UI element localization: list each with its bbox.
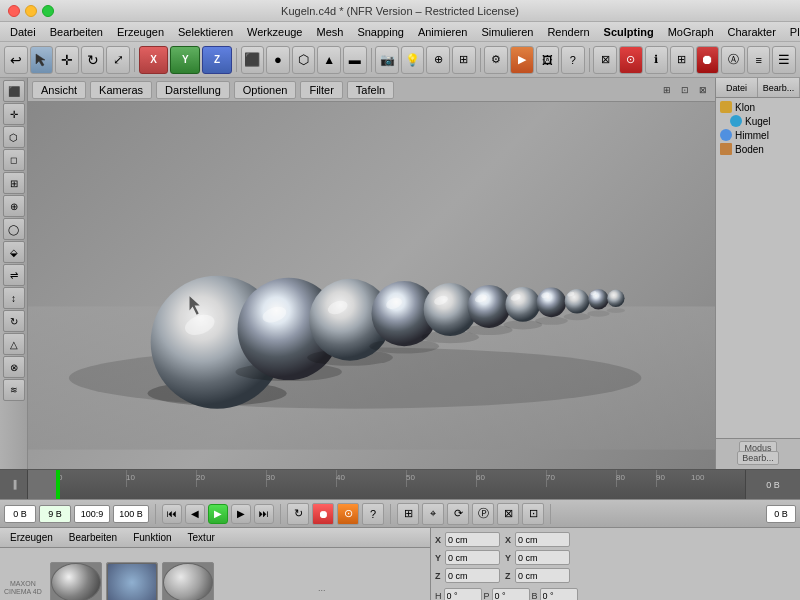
coord-b[interactable]: [540, 588, 578, 600]
object-item-himmel[interactable]: Himmel: [718, 128, 798, 142]
toolbar-render[interactable]: ▶: [510, 46, 534, 74]
toolbar-z-axis[interactable]: Z: [202, 46, 232, 74]
left-tool-1[interactable]: ⬛: [3, 80, 25, 102]
menu-bearbeiten[interactable]: Bearbeiten: [44, 25, 109, 39]
tab-filter[interactable]: Filter: [300, 81, 342, 99]
mat-tab-erzeugen[interactable]: Erzeugen: [4, 531, 59, 544]
left-tool-14[interactable]: ≋: [3, 379, 25, 401]
next-frame-btn[interactable]: ▶: [231, 504, 251, 524]
toolbar-render2[interactable]: 🖼: [536, 46, 560, 74]
tab-optionen[interactable]: Optionen: [234, 81, 297, 99]
toolbar-rotate[interactable]: ↻: [81, 46, 105, 74]
goto-end-btn[interactable]: ⏭: [254, 504, 274, 524]
menu-rendern[interactable]: Rendern: [541, 25, 595, 39]
mat-tab-textur[interactable]: Textur: [182, 531, 221, 544]
toolbar-record[interactable]: ⏺: [696, 46, 720, 74]
toolbar-x-axis[interactable]: X: [139, 46, 169, 74]
toolbar-array[interactable]: ⊞: [452, 46, 476, 74]
toolbar-move[interactable]: ✛: [55, 46, 79, 74]
toolbar-cube[interactable]: ⬛: [241, 46, 265, 74]
loop-btn[interactable]: ↻: [287, 503, 309, 525]
viewport-icon-1[interactable]: ⊞: [659, 82, 675, 98]
menu-datei[interactable]: Datei: [4, 25, 42, 39]
toolbar-null[interactable]: ⊕: [426, 46, 450, 74]
menu-simulieren[interactable]: Simulieren: [475, 25, 539, 39]
material-swatch-3[interactable]: Mat: [162, 562, 214, 601]
left-tool-10[interactable]: ↕: [3, 287, 25, 309]
toolbar-cone[interactable]: ▲: [317, 46, 341, 74]
left-tool-8[interactable]: ⬙: [3, 241, 25, 263]
toolbar-y-axis[interactable]: Y: [170, 46, 200, 74]
rp-tab-bearb[interactable]: Bearb...: [758, 78, 800, 97]
menu-werkzeuge[interactable]: Werkzeuge: [241, 25, 308, 39]
toolbar-extra[interactable]: ☰: [772, 46, 796, 74]
left-tool-4[interactable]: ◻: [3, 149, 25, 171]
left-tool-9[interactable]: ⇌: [3, 264, 25, 286]
prev-frame-btn[interactable]: ◀: [185, 504, 205, 524]
toolbar-scale[interactable]: ⤢: [106, 46, 130, 74]
toolbar-layout[interactable]: ≡: [747, 46, 771, 74]
tab-ansicht[interactable]: Ansicht: [32, 81, 86, 99]
record-btn[interactable]: ⏺: [312, 503, 334, 525]
mat-tab-funktion[interactable]: Funktion: [127, 531, 177, 544]
total-frames-input[interactable]: [113, 505, 149, 523]
toolbar-camera[interactable]: 📷: [375, 46, 399, 74]
toolbar-render-settings[interactable]: ⚙: [484, 46, 508, 74]
menu-mograph[interactable]: MoGraph: [662, 25, 720, 39]
key-btn[interactable]: ?: [362, 503, 384, 525]
toolbar-cylinder[interactable]: ⬡: [292, 46, 316, 74]
material-swatch-2[interactable]: HDRI 017: [106, 562, 158, 601]
auto-key-btn[interactable]: ⊙: [337, 503, 359, 525]
maximize-button[interactable]: [42, 5, 54, 17]
left-tool-6[interactable]: ⊕: [3, 195, 25, 217]
tab-kameras[interactable]: Kameras: [90, 81, 152, 99]
coord-y-pos[interactable]: [445, 550, 500, 565]
goto-start-btn[interactable]: ⏮: [162, 504, 182, 524]
end-frame-input[interactable]: [74, 505, 110, 523]
rp-tab-datei[interactable]: Datei: [716, 78, 758, 97]
object-item-klon[interactable]: Klon: [718, 100, 798, 114]
viewport-icon-2[interactable]: ⊡: [677, 82, 693, 98]
object-item-boden[interactable]: Boden: [718, 142, 798, 156]
left-tool-3[interactable]: ⬡: [3, 126, 25, 148]
3d-viewport[interactable]: [28, 102, 715, 469]
toolbar-snap[interactable]: ⊠: [593, 46, 617, 74]
left-tool-7[interactable]: ◯: [3, 218, 25, 240]
timeline[interactable]: ▐ 0 10 20 30 40 50 60 70 80 90 100 0 B: [0, 469, 800, 499]
toolbar-info[interactable]: ℹ: [645, 46, 669, 74]
coord-y-rot[interactable]: [515, 550, 570, 565]
menu-selektieren[interactable]: Selektieren: [172, 25, 239, 39]
menu-plugins[interactable]: Plug-ins: [784, 25, 800, 39]
mat-tab-bearbeiten[interactable]: Bearbeiten: [63, 531, 123, 544]
menu-charakter[interactable]: Charakter: [722, 25, 782, 39]
left-tool-2[interactable]: ✛: [3, 103, 25, 125]
snap-btn[interactable]: ⊞: [397, 503, 419, 525]
object-item-kugel[interactable]: Kugel: [718, 114, 798, 128]
menu-sculpting[interactable]: Sculpting: [598, 25, 660, 39]
menu-animieren[interactable]: Animieren: [412, 25, 474, 39]
toolbar-undo[interactable]: ↩: [4, 46, 28, 74]
left-tool-11[interactable]: ↻: [3, 310, 25, 332]
coord-p[interactable]: [492, 588, 530, 600]
toolbar-light[interactable]: 💡: [401, 46, 425, 74]
toolbar-help[interactable]: ?: [561, 46, 585, 74]
pose-btn[interactable]: Ⓟ: [472, 503, 494, 525]
motion-btn[interactable]: ⌖: [422, 503, 444, 525]
morph-btn[interactable]: ⟳: [447, 503, 469, 525]
toolbar-grid[interactable]: ⊞: [670, 46, 694, 74]
play-btn[interactable]: ▶: [208, 504, 228, 524]
layout-btn[interactable]: ⊠: [497, 503, 519, 525]
tab-tafeln[interactable]: Tafeln: [347, 81, 394, 99]
coord-z-pos[interactable]: [445, 568, 500, 583]
close-button[interactable]: [8, 5, 20, 17]
left-tool-12[interactable]: △: [3, 333, 25, 355]
toolbar-select[interactable]: [30, 46, 54, 74]
coord-z-rot[interactable]: [515, 568, 570, 583]
minimize-button[interactable]: [25, 5, 37, 17]
viewport-icon-3[interactable]: ⊠: [695, 82, 711, 98]
menu-snapping[interactable]: Snapping: [351, 25, 410, 39]
record2-btn[interactable]: ⊡: [522, 503, 544, 525]
left-tool-13[interactable]: ⊗: [3, 356, 25, 378]
material-swatch-1[interactable]: Mat.1: [50, 562, 102, 601]
coord-h[interactable]: [444, 588, 482, 600]
